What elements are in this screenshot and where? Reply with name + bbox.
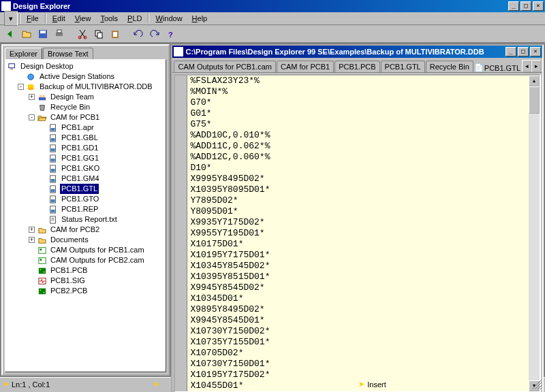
- folder-icon: [37, 225, 48, 234]
- tree-item[interactable]: PCB1.SIG: [7, 276, 164, 286]
- cut-button[interactable]: [75, 27, 90, 42]
- editor-content[interactable]: %FSLAX23Y23*% %MOIN*% G70* G01* G75* %AD…: [187, 76, 529, 391]
- tab-browse-text[interactable]: Browse Text: [43, 48, 93, 59]
- tree-item[interactable]: -Backup of MULTIVIBRATOR.DDB: [7, 82, 164, 92]
- explorer-panel: Explorer Browse Text Design DesktopActiv…: [1, 44, 170, 376]
- explorer-tree[interactable]: Design DesktopActive Design Stations-Bac…: [5, 59, 166, 372]
- tree-item[interactable]: PCB2.PCB: [7, 286, 164, 296]
- save-button[interactable]: [35, 27, 50, 42]
- tree-item[interactable]: Status Report.txt: [7, 214, 164, 225]
- close-button[interactable]: ×: [533, 1, 544, 11]
- expand-toggle[interactable]: +: [29, 237, 35, 243]
- menu-window[interactable]: Window: [151, 13, 187, 24]
- doc-tab[interactable]: CAM for PCB1: [277, 61, 334, 72]
- tree-item[interactable]: PCB1.GTO: [7, 194, 164, 204]
- tree-item[interactable]: Active Design Stations: [7, 71, 164, 82]
- text-editor[interactable]: %FSLAX23Y23*% %MOIN*% G70* G01* G75* %AD…: [174, 74, 541, 392]
- pcb-icon: [37, 266, 48, 275]
- tab-explorer[interactable]: Explorer: [5, 48, 42, 59]
- tree-item[interactable]: CAM Outputs for PCB1.cam: [7, 245, 164, 255]
- tree-item[interactable]: PCB1.GBL: [7, 133, 164, 143]
- tree-item[interactable]: CAM Outputs for PCB2.cam: [7, 255, 164, 265]
- doc-tab[interactable]: Recycle Bin: [426, 61, 473, 72]
- menu-file[interactable]: File: [22, 13, 44, 24]
- document-titlebar: C:\Program Files\Design Explorer 99 SE\E…: [172, 46, 542, 58]
- svg-rect-47: [39, 288, 46, 294]
- tree-label: PCB1.GBL: [60, 133, 99, 143]
- pointer-icon: ➤: [358, 380, 364, 389]
- tree-label: PCB1.GG1: [60, 153, 100, 163]
- file-icon: 📄: [474, 63, 483, 72]
- svg-rect-21: [51, 128, 55, 131]
- doc-tab[interactable]: PCB1.PCB: [334, 61, 379, 72]
- txt-icon: [48, 215, 59, 224]
- svg-rect-33: [51, 189, 55, 192]
- expand-toggle[interactable]: +: [29, 227, 35, 233]
- paste-button[interactable]: [108, 27, 123, 42]
- menu-tools[interactable]: Tools: [95, 13, 123, 24]
- svg-point-49: [44, 291, 45, 293]
- doc-tab[interactable]: CAM Outputs for PCB1.cam: [174, 61, 276, 72]
- scroll-track[interactable]: [529, 86, 540, 380]
- minimize-button[interactable]: _: [508, 1, 519, 11]
- menu-edit[interactable]: Edit: [48, 13, 70, 24]
- doc-tab[interactable]: PCB1.GTL: [381, 61, 425, 72]
- tree-item[interactable]: Recycle Bin: [7, 102, 164, 112]
- doc-maximize-button[interactable]: □: [518, 47, 529, 56]
- menu-help[interactable]: Help: [187, 13, 213, 24]
- resize-grip[interactable]: [531, 379, 542, 390]
- explorer-tabs: Explorer Browse Text: [3, 46, 168, 59]
- undo-button[interactable]: [131, 27, 146, 42]
- tree-item[interactable]: +Documents: [7, 235, 164, 245]
- file-icon: [48, 184, 59, 193]
- vertical-scrollbar[interactable]: ▴ ▾: [529, 76, 540, 391]
- svg-point-18: [42, 95, 44, 97]
- svg-rect-1: [40, 31, 46, 33]
- svg-rect-2: [56, 33, 63, 36]
- file-icon: [48, 205, 59, 214]
- svg-rect-19: [39, 97, 46, 100]
- tree-item[interactable]: PCB1.apr: [7, 122, 164, 133]
- tab-scroll-right-button[interactable]: ▸: [531, 60, 541, 72]
- tab-scroll-left-button[interactable]: ◂: [522, 60, 531, 72]
- tree-item[interactable]: PCB1.GD1: [7, 143, 164, 153]
- svg-point-48: [40, 289, 42, 291]
- redo-button[interactable]: [147, 27, 162, 42]
- tree-label: PCB2.PCB: [49, 286, 89, 296]
- svg-rect-38: [50, 216, 56, 223]
- menu-view[interactable]: View: [70, 13, 96, 24]
- svg-rect-25: [51, 148, 55, 151]
- tree-item[interactable]: PCB1.PCB: [7, 265, 164, 276]
- scroll-up-button[interactable]: ▴: [529, 76, 540, 86]
- print-button[interactable]: [52, 27, 67, 42]
- tree-item[interactable]: Design Desktop: [7, 61, 164, 71]
- tree-item[interactable]: PCB1.GG1: [7, 153, 164, 163]
- doc-close-button[interactable]: ×: [530, 47, 541, 56]
- tree-item[interactable]: PCB1.GM4: [7, 174, 164, 184]
- tree-item[interactable]: PCB1.GTL: [7, 184, 164, 194]
- expand-toggle[interactable]: +: [29, 94, 35, 100]
- tree-item[interactable]: PCB1.GKO: [7, 163, 164, 174]
- open-button[interactable]: [19, 27, 34, 42]
- titlebar: Design Explorer _ □ ×: [0, 0, 545, 12]
- tree-item[interactable]: -CAM for PCB1: [7, 112, 164, 122]
- tree-label: Design Desktop: [19, 61, 75, 71]
- expand-toggle[interactable]: -: [29, 114, 35, 120]
- scroll-thumb[interactable]: [529, 86, 540, 114]
- expand-toggle[interactable]: -: [18, 84, 24, 90]
- back-button[interactable]: [3, 27, 18, 42]
- tree-item[interactable]: PCB1.REP: [7, 204, 164, 214]
- menu-pld[interactable]: PLD: [123, 13, 146, 24]
- tree-label: PCB1.apr: [60, 122, 95, 133]
- doc-minimize-button[interactable]: _: [505, 47, 516, 56]
- help-button[interactable]: ?: [164, 27, 178, 42]
- copy-button[interactable]: [91, 27, 106, 42]
- maximize-button[interactable]: □: [520, 1, 531, 11]
- tree-label: CAM for PCB1: [49, 112, 101, 122]
- tree-item[interactable]: +Design Team: [7, 92, 164, 102]
- file-icon: [48, 123, 59, 132]
- tree-item[interactable]: +CAM for PCB2: [7, 225, 164, 235]
- tree-label: PCB1.REP: [60, 204, 99, 214]
- tree-label: PCB1.GKO: [60, 163, 101, 174]
- menu-dropdown-icon[interactable]: ▾: [4, 11, 18, 26]
